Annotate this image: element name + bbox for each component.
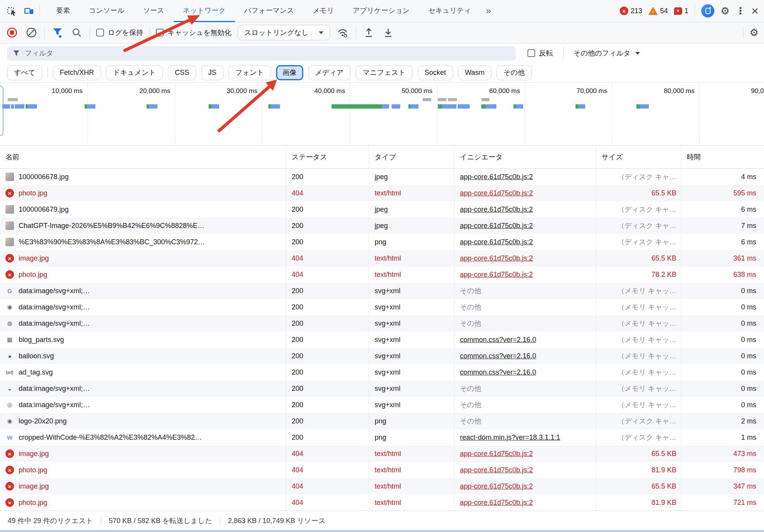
table-row[interactable]: Gdata:image/svg+xml;…200svg+xmlその他（メモリ キ…: [0, 283, 764, 299]
filter-chip-css[interactable]: CSS: [168, 65, 196, 80]
initiator-link[interactable]: app-core.61d75c0b.js:2: [460, 238, 533, 246]
timeline-tick-label: 20,000 ms: [93, 87, 170, 95]
table-row[interactable]: ×photo.jpg404text/htmlapp-core.61d75c0b.…: [0, 266, 764, 283]
table-row[interactable]: ◒data:image/svg+xml;…200svg+xmlその他（メモリ キ…: [0, 380, 764, 397]
initiator-link[interactable]: common.css?ver=2.16.0: [460, 352, 536, 360]
disable-cache-checkbox[interactable]: キャッシュを無効化: [156, 28, 232, 37]
checkbox-unchecked[interactable]: [156, 29, 164, 36]
filter-chip-img[interactable]: 画像: [276, 65, 303, 80]
filter-chip-socket[interactable]: Socket: [418, 65, 453, 80]
waterfall-bar: [486, 104, 496, 109]
table-row[interactable]: ×image.jpg404text/htmlapp-core.61d75c0b.…: [0, 250, 764, 266]
import-har-icon[interactable]: [362, 26, 375, 39]
device-toolbar-icon[interactable]: [22, 4, 36, 17]
filter-chip-all[interactable]: すべて: [7, 65, 42, 80]
inspect-element-icon[interactable]: [5, 4, 19, 17]
table-row[interactable]: ChatGPT-Image-2026%E5%B9%B42%E6%9C%8828%…: [0, 218, 764, 234]
table-row[interactable]: ×photo.jpg404text/htmlapp-core.61d75c0b.…: [0, 462, 764, 478]
request-name: 1000006678.jpg: [19, 173, 69, 181]
column-header-time[interactable]: 時間: [681, 146, 764, 168]
kebab-menu-icon[interactable]: ⋮: [736, 5, 745, 16]
filter-chip-js[interactable]: JS: [201, 65, 223, 80]
initiator-link[interactable]: app-core.61d75c0b.js:2: [460, 499, 533, 507]
filter-chip-fetch-xhr[interactable]: Fetch/XHR: [53, 65, 101, 80]
table-row[interactable]: ◍data:image/svg+xml;…200svg+xmlその他（メモリ キ…: [0, 315, 764, 332]
search-icon[interactable]: [70, 26, 83, 39]
initiator-link[interactable]: app-core.61d75c0b.js:2: [460, 450, 533, 458]
settings-gear-icon[interactable]: ⚙: [721, 6, 729, 16]
table-row[interactable]: ◎data:image/svg+xml;…200svg+xmlその他（メモリ キ…: [0, 397, 764, 413]
clear-network-log-icon[interactable]: [25, 26, 38, 39]
initiator-link[interactable]: common.css?ver=2.16.0: [460, 336, 536, 344]
checkbox-unchecked[interactable]: [527, 49, 535, 57]
initiator-link[interactable]: common.css?ver=2.16.0: [460, 368, 536, 377]
tab-performance[interactable]: パフォーマンス: [235, 0, 304, 22]
filter-chip-doc[interactable]: ドキュメント: [106, 65, 163, 80]
error-badge[interactable]: × 213: [620, 7, 642, 15]
ai-assistant-icon[interactable]: [701, 4, 714, 17]
file-type-icon: ●: [5, 352, 14, 360]
filter-funnel-icon[interactable]: [51, 26, 64, 39]
filter-input[interactable]: フィルタ: [7, 46, 516, 60]
size-value: （メモリ キャッ…: [617, 368, 676, 377]
table-row[interactable]: ◉data:image/svg+xml;…200svg+xmlその他（メモリ キ…: [0, 299, 764, 315]
network-conditions-icon[interactable]: [336, 26, 349, 39]
initiator-link[interactable]: app-core.61d75c0b.js:2: [460, 271, 533, 279]
table-row[interactable]: wcropped-WithCode-%E3%82%A2%E3%82%A4%E3%…: [0, 429, 764, 446]
table-row[interactable]: 1000006679.jpg200jpegapp-core.61d75c0b.j…: [0, 201, 764, 218]
request-name-cell: ◍data:image/svg+xml;…: [0, 315, 286, 332]
initiator-link[interactable]: app-core.61d75c0b.js:2: [460, 222, 533, 230]
table-row[interactable]: ×photo.jpg404text/htmlapp-core.61d75c0b.…: [0, 494, 764, 511]
table-row[interactable]: %E3%83%90%E3%83%8A%E3%83%BC_300%C3%972…2…: [0, 234, 764, 250]
table-row[interactable]: ●balloon.svg200svg+xmlcommon.css?ver=2.1…: [0, 348, 764, 364]
initiator-link[interactable]: app-core.61d75c0b.js:2: [460, 482, 533, 491]
tab-elements[interactable]: 要素: [47, 0, 80, 22]
column-header-status[interactable]: ステータス: [286, 146, 369, 168]
table-row[interactable]: ◉logo-20x20.png200pngその他（ディスク キャ…2 ms: [0, 413, 764, 429]
invert-label: 反転: [539, 48, 553, 58]
checkbox-unchecked[interactable]: [96, 29, 104, 36]
preserve-log-checkbox[interactable]: ログを保持: [96, 28, 143, 37]
tab-console[interactable]: コンソール: [80, 0, 134, 22]
overview-window-handle[interactable]: [0, 86, 3, 136]
initiator-link[interactable]: app-core.61d75c0b.js:2: [460, 466, 533, 474]
export-har-icon[interactable]: [382, 26, 395, 39]
tab-memory[interactable]: メモリ: [303, 0, 343, 22]
more-filters-dropdown[interactable]: その他のフィルタ: [574, 48, 640, 58]
more-tabs-icon[interactable]: »: [481, 5, 496, 16]
type-cell: text/html: [369, 185, 455, 201]
size-cell: （ディスク キャ…: [596, 201, 681, 218]
column-header-size[interactable]: サイズ: [596, 146, 681, 168]
table-row[interactable]: ×image.jpg404text/htmlapp-core.61d75c0b.…: [0, 446, 764, 462]
record-network-log-icon[interactable]: [5, 26, 19, 39]
initiator-link[interactable]: app-core.61d75c0b.js:2: [460, 189, 533, 197]
network-overview-timeline[interactable]: 10,000 ms20,000 ms30,000 ms40,000 ms50,0…: [0, 83, 764, 146]
warning-badge[interactable]: ! 54: [648, 7, 668, 15]
tab-application[interactable]: アプリケーション: [343, 0, 419, 22]
column-header-name[interactable]: 名前: [0, 146, 286, 168]
initiator-link[interactable]: react-dom.min.js?ver=18.3.1.1:1: [460, 434, 560, 442]
table-row[interactable]: [ad]ad_tag.svg200svg+xmlcommon.css?ver=2…: [0, 364, 764, 380]
table-row[interactable]: ▦blog_parts.svg200svg+xmlcommon.css?ver=…: [0, 332, 764, 348]
table-row[interactable]: ×photo.jpg404text/htmlapp-core.61d75c0b.…: [0, 185, 764, 201]
network-settings-gear-icon[interactable]: ⚙: [750, 28, 759, 38]
table-row[interactable]: ×image.jpg404text/htmlapp-core.61d75c0b.…: [0, 478, 764, 494]
initiator-link[interactable]: app-core.61d75c0b.js:2: [460, 173, 533, 181]
tab-sources[interactable]: ソース: [134, 0, 174, 22]
initiator-link[interactable]: app-core.61d75c0b.js:2: [460, 206, 533, 214]
filter-chip-manifest[interactable]: マニフェスト: [356, 65, 413, 80]
filter-chip-wasm[interactable]: Wasm: [458, 65, 491, 80]
table-row[interactable]: 1000006678.jpg200jpegapp-core.61d75c0b.j…: [0, 169, 764, 185]
issues-badge[interactable]: × 1: [674, 7, 688, 15]
tab-network[interactable]: ネットワーク: [174, 0, 235, 22]
tab-security[interactable]: セキュリティ: [419, 0, 481, 22]
throttling-select[interactable]: スロットリングなし: [238, 25, 330, 40]
filter-chip-font[interactable]: フォント: [228, 65, 271, 80]
column-header-type[interactable]: タイプ: [369, 146, 455, 168]
initiator-link[interactable]: app-core.61d75c0b.js:2: [460, 254, 533, 263]
filter-chip-other[interactable]: その他: [496, 65, 532, 80]
column-header-initiator[interactable]: イニシエータ: [455, 146, 596, 168]
close-icon[interactable]: ×: [751, 5, 759, 17]
filter-chip-media[interactable]: メディア: [308, 65, 351, 80]
invert-filter-checkbox[interactable]: 反転: [527, 48, 553, 58]
